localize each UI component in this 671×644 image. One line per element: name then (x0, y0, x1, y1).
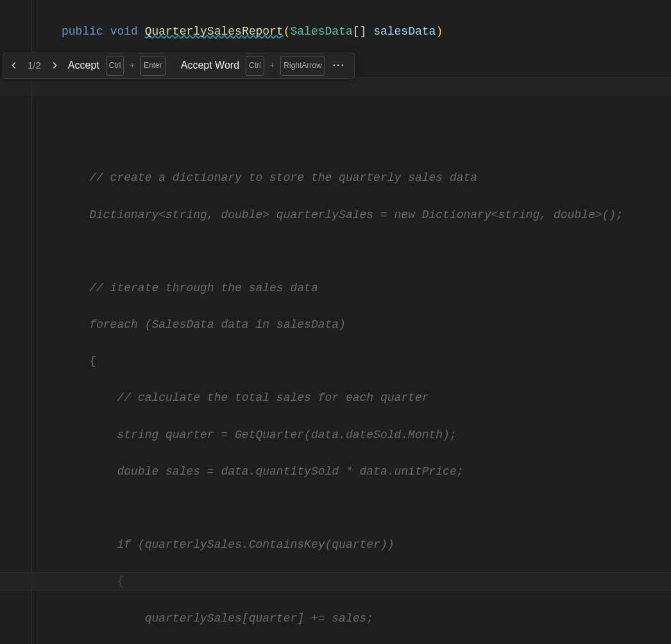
ghost-text: string quarter = GetQuarter(data.dateSol… (89, 428, 457, 441)
keyword: public (62, 25, 103, 38)
ghost-line[interactable]: double sales = data.quantitySold * data.… (0, 462, 671, 481)
type-name: SalesData (291, 25, 353, 38)
ghost-line[interactable]: // create a dictionary to store the quar… (0, 169, 671, 187)
ghost-line[interactable]: string quarter = GetQuarter(data.dateSol… (0, 426, 671, 445)
method-name: QuarterlySalesReport (145, 25, 284, 38)
brackets: [] (353, 25, 367, 38)
ghost-line[interactable]: if (quarterlySales.ContainsKey(quarter)) (0, 536, 671, 554)
kbd-enter: Enter (140, 56, 166, 76)
ghost-line[interactable] (0, 499, 671, 518)
ghost-line[interactable]: { (0, 352, 671, 371)
kbd-plus: + (269, 56, 276, 75)
paren: ) (436, 25, 443, 38)
next-suggestion-button[interactable] (47, 58, 62, 72)
kbd-plus: + (129, 56, 135, 75)
prev-suggestion-button[interactable] (7, 58, 21, 72)
ghost-text: Dictionary<string, double> quarterlySale… (89, 208, 623, 221)
ghost-text: // create a dictionary to store the quar… (89, 171, 477, 184)
inline-suggestion-toolbar: 1/2 Accept Ctrl + Enter Accept Word Ctrl… (3, 53, 355, 79)
paren: ( (284, 25, 291, 38)
param-name: salesData (373, 25, 436, 38)
ghost-text: // iterate through the sales data (89, 282, 318, 294)
active-line-highlight (0, 572, 671, 591)
ghost-line[interactable] (0, 242, 671, 261)
chevron-right-icon (50, 61, 59, 70)
code-line[interactable]: public void QuarterlySalesReport(SalesDa… (0, 22, 671, 41)
gutter (0, 0, 33, 644)
chevron-left-icon (10, 61, 19, 70)
ghost-line[interactable]: // iterate through the sales data (0, 279, 671, 298)
code-line-blank[interactable] (0, 132, 671, 151)
suggestion-count: 1/2 (26, 56, 42, 75)
accept-word-button[interactable]: Accept Word (180, 56, 241, 75)
keyword: void (110, 25, 138, 38)
kbd-rightarrow: RightArrow (280, 56, 325, 76)
ghost-line[interactable]: foreach (SalesData data in salesData) (0, 316, 671, 334)
ghost-text: quarterlySales[quarter] += sales; (89, 612, 373, 625)
code-editor[interactable]: public void QuarterlySalesReport(SalesDa… (0, 0, 671, 644)
ghost-line[interactable]: quarterlySales[quarter] += sales; (0, 609, 671, 628)
kbd-ctrl: Ctrl (106, 56, 124, 76)
ghost-text: // calculate the total sales for each qu… (89, 391, 429, 404)
more-actions-button[interactable]: ··· (330, 56, 348, 75)
ghost-text: foreach (SalesData data in salesData) (89, 318, 346, 331)
code-line-blank[interactable] (0, 96, 671, 114)
kbd-ctrl: Ctrl (246, 56, 264, 76)
accept-button[interactable]: Accept (67, 56, 101, 75)
ghost-line[interactable]: // calculate the total sales for each qu… (0, 389, 671, 407)
ghost-text: { (89, 355, 96, 368)
ghost-line[interactable]: Dictionary<string, double> quarterlySale… (0, 206, 671, 225)
ghost-text: double sales = data.quantitySold * data.… (89, 465, 463, 478)
ghost-text: if (quarterlySales.ContainsKey(quarter)) (89, 538, 394, 551)
code-area[interactable]: public void QuarterlySalesReport(SalesDa… (0, 0, 671, 644)
gutter-fold-line (31, 0, 32, 644)
active-line-highlight (0, 77, 671, 96)
